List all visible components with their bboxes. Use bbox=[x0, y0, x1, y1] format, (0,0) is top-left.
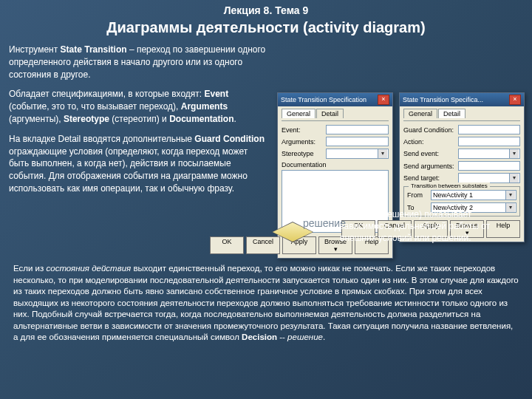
combo-send-event[interactable] bbox=[458, 149, 520, 159]
label-documentation: Documentation bbox=[282, 161, 323, 168]
fieldset-legend: Transition between substates bbox=[409, 183, 490, 189]
input-guard-condition[interactable] bbox=[458, 125, 520, 134]
dialog-title: State Transition Specification bbox=[281, 96, 366, 103]
dialog-titlebar: State Transition Specification × bbox=[278, 93, 392, 106]
combo-from[interactable]: NewActivity 1 bbox=[431, 190, 516, 200]
combo-stereotype[interactable] bbox=[326, 149, 389, 159]
paragraph-2: Обладает спецификациями, в которые входя… bbox=[9, 88, 267, 125]
input-action[interactable] bbox=[458, 137, 520, 146]
label-event: Event: bbox=[282, 126, 323, 134]
page-title: Диаграммы деятельности (activity diagram… bbox=[0, 19, 532, 36]
decision-text: Decision (решение) показывает зависимост… bbox=[340, 208, 525, 245]
label-send-arguments: Send arguments: bbox=[403, 163, 455, 170]
combo-send-target[interactable] bbox=[458, 173, 520, 183]
bottom-paragraph: Если из состояния действия выходит единс… bbox=[13, 263, 519, 344]
paragraph-1: Инструмент State Transition – переход по… bbox=[9, 44, 267, 81]
lecture-label: Лекция 8. Тема 9 bbox=[0, 4, 532, 16]
dialog-title: State Transition Specifica... bbox=[403, 96, 483, 103]
label-send-event: Send event: bbox=[403, 150, 455, 157]
close-icon[interactable]: × bbox=[509, 95, 521, 105]
tab-detail[interactable]: Detail bbox=[438, 109, 466, 118]
tab-general[interactable]: General bbox=[282, 109, 316, 118]
ok-button[interactable]: OK bbox=[210, 236, 244, 254]
paragraph-3: На вкладке Detail вводятся дополнительны… bbox=[9, 133, 267, 195]
dialog-titlebar: State Transition Specifica... × bbox=[400, 93, 524, 106]
label-from: From bbox=[407, 191, 428, 199]
label-guard-condition: Guard Condition: bbox=[403, 126, 455, 134]
tab-general[interactable]: General bbox=[403, 109, 437, 118]
label-send-target: Send target: bbox=[403, 174, 455, 182]
close-icon[interactable]: × bbox=[378, 95, 389, 105]
label-arguments: Arguments: bbox=[282, 138, 323, 146]
label-stereotype: Stereotype bbox=[282, 150, 323, 157]
left-text-block: Инструмент State Transition – переход по… bbox=[9, 44, 267, 195]
input-event[interactable] bbox=[326, 125, 389, 134]
input-send-arguments[interactable] bbox=[458, 161, 520, 171]
label-action: Action: bbox=[403, 138, 455, 146]
tab-detail[interactable]: Detail bbox=[316, 109, 344, 118]
input-arguments[interactable] bbox=[326, 137, 389, 146]
